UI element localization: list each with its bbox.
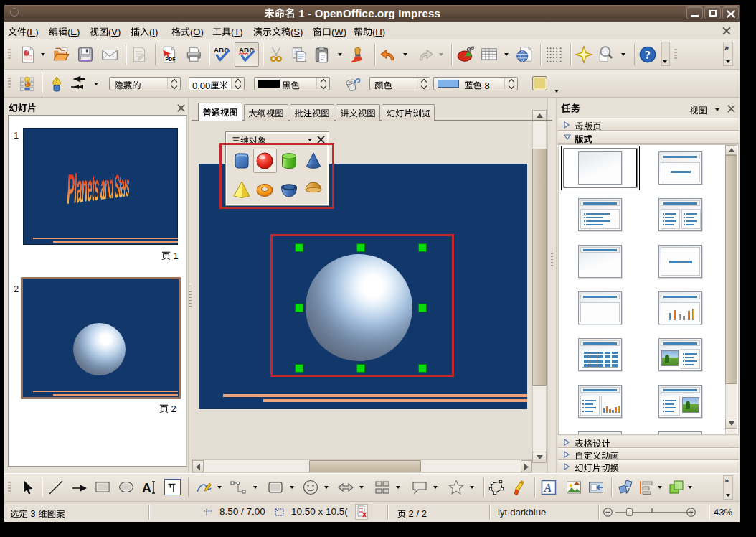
svg-text:PDF: PDF	[166, 57, 176, 62]
svg-text:A: A	[544, 482, 552, 494]
svg-text:A: A	[142, 481, 151, 495]
svg-text:?: ?	[645, 49, 651, 62]
